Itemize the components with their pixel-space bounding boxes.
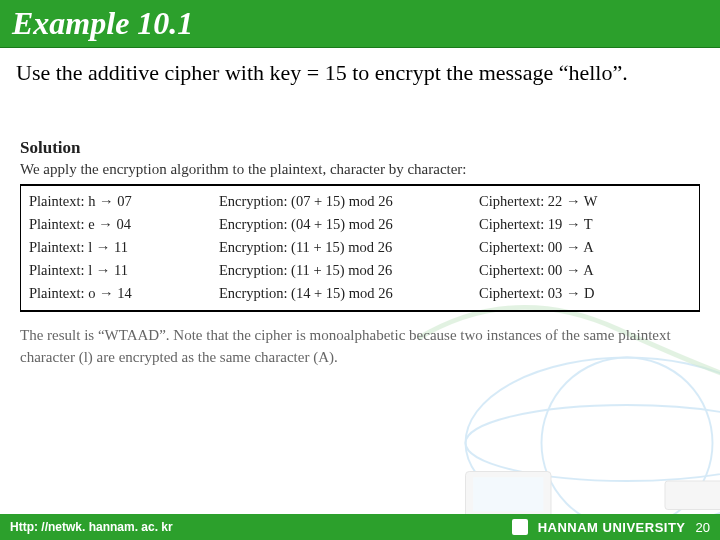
table-row: Plaintext: e → 04 Encryption: (04 + 15) …: [29, 213, 691, 236]
solution-section: Solution We apply the encryption algorit…: [16, 138, 704, 369]
university-logo-icon: [512, 519, 528, 535]
slide-footer: Http: //netwk. hannam. ac. kr HANNAM UNI…: [0, 514, 720, 540]
ciphertext-cell: Ciphertext: 03 → D: [479, 282, 691, 305]
encryption-cell: Encryption: (11 + 15) mod 26: [219, 236, 479, 259]
solution-intro: We apply the encryption algorithm to the…: [20, 161, 700, 178]
ciphertext-cell: Ciphertext: 00 → A: [479, 259, 691, 282]
plaintext-cell: Plaintext: o → 14: [29, 282, 219, 305]
problem-statement: Use the additive cipher with key = 15 to…: [16, 58, 704, 88]
slide-header: Example 10.1: [0, 0, 720, 48]
encryption-cell: Encryption: (11 + 15) mod 26: [219, 259, 479, 282]
encryption-cell: Encryption: (07 + 15) mod 26: [219, 190, 479, 213]
svg-rect-4: [473, 477, 543, 511]
table-row: Plaintext: l → 11 Encryption: (11 + 15) …: [29, 236, 691, 259]
svg-point-1: [466, 405, 721, 481]
table-row: Plaintext: o → 14 Encryption: (14 + 15) …: [29, 282, 691, 305]
svg-rect-5: [665, 481, 720, 510]
university-name: HANNAM UNIVERSITY: [538, 520, 686, 535]
solution-heading: Solution: [20, 138, 700, 158]
encryption-cell: Encryption: (14 + 15) mod 26: [219, 282, 479, 305]
footer-url: Http: //netwk. hannam. ac. kr: [10, 520, 173, 534]
ciphertext-cell: Ciphertext: 00 → A: [479, 236, 691, 259]
slide-title: Example 10.1: [12, 5, 193, 42]
svg-point-2: [542, 358, 713, 529]
slide-content: Use the additive cipher with key = 15 to…: [0, 48, 720, 369]
table-row: Plaintext: l → 11 Encryption: (11 + 15) …: [29, 259, 691, 282]
ciphertext-cell: Ciphertext: 22 → W: [479, 190, 691, 213]
svg-point-0: [466, 358, 721, 529]
ciphertext-cell: Ciphertext: 19 → T: [479, 213, 691, 236]
plaintext-cell: Plaintext: h → 07: [29, 190, 219, 213]
page-number: 20: [696, 520, 710, 535]
encryption-cell: Encryption: (04 + 15) mod 26: [219, 213, 479, 236]
footer-right-group: HANNAM UNIVERSITY 20: [512, 519, 710, 535]
plaintext-cell: Plaintext: l → 11: [29, 259, 219, 282]
plaintext-cell: Plaintext: l → 11: [29, 236, 219, 259]
solution-result: The result is “WTAAD”. Note that the cip…: [20, 324, 700, 369]
svg-rect-3: [466, 472, 552, 520]
plaintext-cell: Plaintext: e → 04: [29, 213, 219, 236]
table-row: Plaintext: h → 07 Encryption: (07 + 15) …: [29, 190, 691, 213]
encryption-table: Plaintext: h → 07 Encryption: (07 + 15) …: [20, 184, 700, 312]
